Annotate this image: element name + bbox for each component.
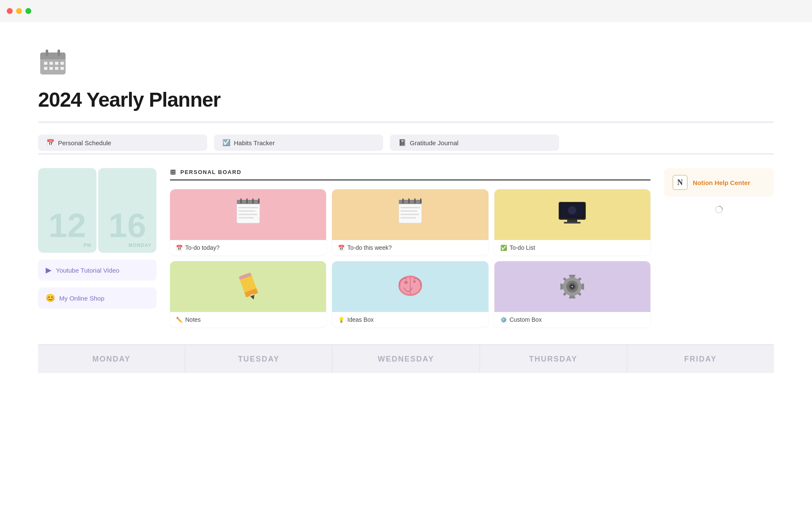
svg-point-47 (413, 280, 416, 283)
board-grid: 📅 To-do today? (170, 189, 650, 327)
svg-rect-5 (55, 62, 58, 65)
card-image-notes (170, 261, 326, 312)
day-bar: MONDAY TUESDAY WEDNESDAY THURSDAY FRIDAY (38, 345, 774, 373)
clock-widget: 12 PM 16 MONDAY (38, 168, 156, 253)
svg-rect-12 (58, 50, 60, 56)
title-divider (38, 121, 774, 123)
svg-rect-7 (44, 67, 47, 70)
card-icon-notes: ✏️ (176, 317, 183, 323)
body-layout: 12 PM 16 MONDAY ▶ Youtube Tutorial Video… (38, 168, 774, 327)
svg-rect-9 (55, 67, 58, 70)
page-title: 2024 Yearly Planner (38, 88, 774, 111)
checklist-icon: ☑️ (222, 139, 230, 146)
tab-bar: 📅 Personal Schedule ☑️ Habits Tracker 📓 … (38, 135, 774, 151)
clock-day: MONDAY (129, 243, 151, 248)
right-panel: N Notion Help Center (664, 168, 774, 214)
card-icon-to-do-week: 📅 (338, 245, 345, 251)
card-to-do-list[interactable]: ✅ To-do List (494, 189, 650, 255)
page-icon (38, 47, 774, 81)
clock-period: PM (84, 243, 92, 248)
main-content: 2024 Yearly Planner 📅 Personal Schedule … (0, 22, 812, 373)
svg-rect-32 (401, 217, 416, 218)
svg-rect-36 (564, 222, 581, 224)
svg-rect-10 (60, 67, 64, 70)
svg-rect-19 (239, 207, 258, 208)
svg-rect-3 (44, 62, 47, 65)
board-divider (170, 180, 650, 181)
clock-hour: 12 (49, 209, 86, 243)
minimize-button[interactable] (16, 8, 22, 14)
tab-gratitude-journal-label: Gratitude Journal (410, 139, 458, 146)
day-friday: FRIDAY (627, 345, 774, 373)
card-image-to-do-today (170, 189, 326, 240)
tab-habits-tracker-label: Habits Tracker (234, 139, 275, 146)
notebook-icon: 📓 (398, 139, 406, 146)
svg-rect-14 (237, 200, 260, 204)
card-notes[interactable]: ✏️ Notes (170, 261, 326, 327)
day-wednesday: WEDNESDAY (332, 345, 480, 373)
my-online-shop-link[interactable]: 😊 My Online Shop (38, 287, 156, 309)
center-panel: ⊞ PERSONAL BOARD (170, 168, 650, 327)
day-thursday: THURSDAY (480, 345, 627, 373)
loading-spinner (715, 205, 723, 214)
titlebar (0, 0, 812, 22)
card-to-do-today[interactable]: 📅 To-do today? (170, 189, 326, 255)
card-icon-to-do-today: 📅 (176, 245, 183, 251)
svg-rect-4 (49, 62, 53, 65)
calendar-icon: 📅 (47, 139, 55, 146)
svg-rect-20 (239, 210, 255, 212)
svg-rect-8 (49, 67, 53, 70)
svg-rect-22 (239, 217, 254, 218)
card-image-to-do-week (332, 189, 488, 240)
board-header-label: PERSONAL BOARD (181, 169, 241, 175)
tab-divider (38, 153, 774, 155)
notion-help-label: Notion Help Center (693, 179, 750, 186)
card-icon-custom-box: ⚙️ (500, 317, 507, 323)
card-label-ideas-box: 💡 Ideas Box (332, 312, 488, 327)
card-label-custom-box: ⚙️ Custom Box (494, 312, 650, 327)
card-image-ideas-box (332, 261, 488, 312)
youtube-tutorial-label: Youtube Tutorial Video (56, 267, 119, 274)
card-ideas-box[interactable]: 💡 Ideas Box (332, 261, 488, 327)
notion-help-card[interactable]: N Notion Help Center (664, 168, 774, 197)
svg-rect-30 (401, 210, 417, 212)
card-image-custom-box (494, 261, 650, 312)
svg-rect-21 (239, 214, 257, 215)
tab-habits-tracker[interactable]: ☑️ Habits Tracker (214, 135, 383, 151)
card-label-to-do-today: 📅 To-do today? (170, 240, 326, 255)
card-image-to-do-list (494, 189, 650, 240)
shop-icon: 😊 (46, 293, 55, 303)
clock-hour-cell: 12 PM (38, 168, 96, 253)
svg-rect-29 (401, 207, 420, 208)
card-label-to-do-week: 📅 To-do this week? (332, 240, 488, 255)
svg-rect-6 (60, 62, 64, 65)
left-panel: 12 PM 16 MONDAY ▶ Youtube Tutorial Video… (38, 168, 156, 309)
svg-rect-2 (40, 57, 66, 59)
svg-rect-11 (46, 50, 48, 56)
my-online-shop-label: My Online Shop (59, 295, 104, 302)
card-label-notes: ✏️ Notes (170, 312, 326, 327)
svg-point-53 (571, 286, 573, 287)
tab-personal-schedule-label: Personal Schedule (58, 139, 111, 146)
day-monday: MONDAY (38, 345, 185, 373)
close-button[interactable] (7, 8, 13, 14)
svg-point-46 (404, 281, 408, 284)
maximize-button[interactable] (25, 8, 31, 14)
day-tuesday: TUESDAY (185, 345, 332, 373)
clock-minute: 16 (109, 209, 146, 243)
card-label-to-do-list: ✅ To-do List (494, 240, 650, 255)
svg-rect-31 (401, 214, 419, 215)
board-header-icon: ⊞ (170, 168, 176, 176)
youtube-tutorial-link[interactable]: ▶ Youtube Tutorial Video (38, 260, 156, 281)
svg-rect-24 (399, 200, 422, 204)
tab-gratitude-journal[interactable]: 📓 Gratitude Journal (390, 135, 559, 151)
card-icon-to-do-list: ✅ (500, 245, 507, 251)
card-to-do-week[interactable]: 📅 To-do this week? (332, 189, 488, 255)
tab-personal-schedule[interactable]: 📅 Personal Schedule (38, 135, 207, 151)
card-icon-ideas-box: 💡 (338, 317, 345, 323)
board-header: ⊞ PERSONAL BOARD (170, 168, 650, 180)
clock-minute-cell: 16 MONDAY (98, 168, 156, 253)
play-icon: ▶ (46, 265, 52, 275)
svg-point-38 (568, 206, 576, 215)
card-custom-box[interactable]: ⚙️ Custom Box (494, 261, 650, 327)
